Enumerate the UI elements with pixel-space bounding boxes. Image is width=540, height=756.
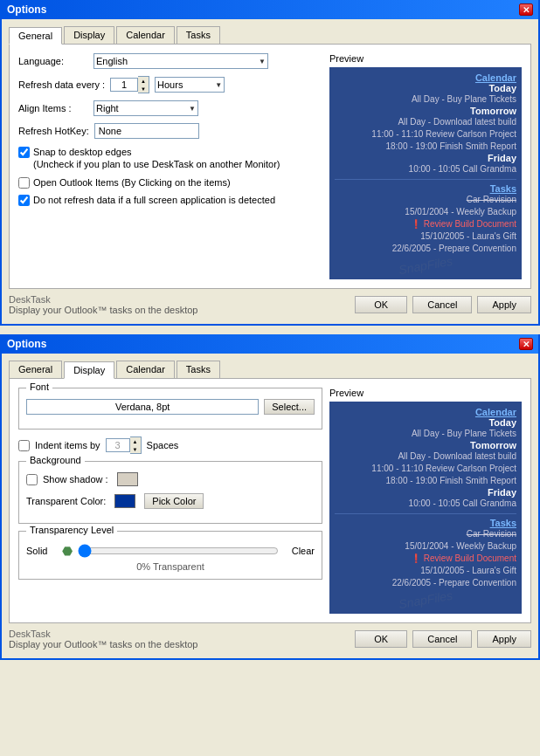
preview-divider-2 xyxy=(335,513,516,514)
cancel-button-1[interactable]: Cancel xyxy=(412,296,472,313)
align-label: Align Items : xyxy=(18,103,88,113)
indent-spin-up[interactable]: ▲ xyxy=(130,437,141,445)
footer-brand-2: DeskTask xyxy=(9,629,197,639)
footer-2: DeskTask Display your Outlook™ tasks on … xyxy=(9,629,197,649)
no-refresh-checkbox[interactable] xyxy=(18,195,30,206)
tab-tasks-1[interactable]: Tasks xyxy=(177,26,220,44)
preview-task2-1: Car Revision xyxy=(335,528,516,540)
font-group-legend: Font xyxy=(26,381,52,392)
bottom-bar-2: DeskTask Display your Outlook™ tasks on … xyxy=(9,623,531,651)
refresh-unit-wrapper: Hours Minutes xyxy=(155,77,225,93)
tab-general-1[interactable]: General xyxy=(9,27,62,45)
footer-brand-1: DeskTask xyxy=(9,294,197,305)
refresh-row: Refresh data every : ▲ ▼ Hours Minute xyxy=(18,76,322,93)
preview-calendar-title-2: Calendar xyxy=(475,407,516,417)
main-layout-2: Font Select... Indent items by xyxy=(18,388,522,614)
language-select[interactable]: English German French xyxy=(93,53,268,69)
right-section-1: Preview Calendar Today All Day - Buy Pla… xyxy=(329,53,522,279)
shadow-row: Show shadow : xyxy=(26,472,315,486)
open-outlook-checkbox[interactable] xyxy=(18,177,30,189)
preview-friday-item-1: 10:00 - 10:05 Call Grandma xyxy=(335,163,516,175)
preview-today-item-2: All Day - Buy Plane Tickets xyxy=(335,428,516,440)
indent-spin-down[interactable]: ▼ xyxy=(130,445,141,453)
shadow-label: Show shadow : xyxy=(43,474,108,485)
footer-sub-1: Display your Outlook™ tasks on the deskt… xyxy=(9,305,197,315)
tab-bar-2: General Display Calendar Tasks xyxy=(9,361,531,378)
left-panel-2: Font Select... Indent items by xyxy=(18,388,322,614)
preview-calendar-header-2: Calendar xyxy=(335,407,516,417)
apply-button-2[interactable]: Apply xyxy=(477,630,531,648)
preview-label-2: Preview xyxy=(329,388,522,398)
ok-button-1[interactable]: OK xyxy=(355,296,407,313)
close-button-1[interactable]: ✕ xyxy=(519,3,533,16)
window-1: Options ✕ General Display Calendar Tasks… xyxy=(0,0,540,326)
slider-row: Solid ⬣ Clear xyxy=(26,544,315,558)
transparent-color-swatch xyxy=(114,494,135,508)
align-select[interactable]: Right Left Center xyxy=(93,100,198,116)
tab-content-1: Language: English German French Refresh … xyxy=(9,44,531,289)
no-refresh-row: Do not refresh data if a full screen app… xyxy=(18,194,322,206)
preview-divider-1 xyxy=(335,179,516,180)
refresh-spin-down[interactable]: ▼ xyxy=(138,85,149,93)
preview-today-item-1: All Day - Buy Plane Tickets xyxy=(335,93,516,106)
refresh-unit-select[interactable]: Hours Minutes xyxy=(155,77,225,93)
indent-spin-btns: ▲ ▼ xyxy=(130,436,142,454)
preview-calendar-title-1: Calendar xyxy=(475,72,516,83)
preview-task-2: 15/01/2004 - Weekly Backup xyxy=(335,206,516,218)
ok-button-2[interactable]: OK xyxy=(355,630,407,648)
preview-today-1: Today xyxy=(335,83,516,93)
tab-tasks-2[interactable]: Tasks xyxy=(177,361,220,378)
tab-display-2[interactable]: Display xyxy=(64,361,114,379)
indent-value-input[interactable] xyxy=(106,438,130,452)
hotkey-row: Refresh HotKey: xyxy=(18,123,322,139)
preview-tomorrow-item-2a: All Day - Download latest build xyxy=(335,450,516,463)
tab-calendar-2[interactable]: Calendar xyxy=(116,361,175,378)
align-select-wrapper: Right Left Center xyxy=(93,100,198,116)
hotkey-input[interactable] xyxy=(94,123,199,139)
preview-task-4: 15/10/2005 - Laura's Gift xyxy=(335,230,516,243)
language-row: Language: English German French xyxy=(18,53,322,69)
brand-label-1: DeskTask xyxy=(9,294,51,305)
title-bar-left-2: Options xyxy=(7,338,46,350)
indent-number-input: ▲ ▼ xyxy=(106,436,142,454)
footer-sub-2: Display your Outlook™ tasks on the deskt… xyxy=(9,639,197,649)
preview-tomorrow-2: Tomorrow xyxy=(335,440,516,450)
font-select-button[interactable]: Select... xyxy=(264,399,315,415)
close-button-2[interactable]: ✕ xyxy=(519,338,533,350)
transparency-slider[interactable] xyxy=(78,544,279,558)
preview-tomorrow-item-2b: 11:00 - 11:10 Review Carlson Project xyxy=(335,463,516,475)
shadow-checkbox[interactable] xyxy=(26,474,38,485)
language-label: Language: xyxy=(18,56,88,66)
open-outlook-row: Open Outlook Items (By Clicking on the i… xyxy=(18,176,322,189)
pick-color-button[interactable]: Pick Color xyxy=(144,493,204,509)
transparent-color-label: Transparent Color: xyxy=(26,496,106,506)
tab-bar-1: General Display Calendar Tasks xyxy=(9,26,531,44)
watermark-2: SnapFiles xyxy=(335,589,516,608)
refresh-spin-up[interactable]: ▲ xyxy=(138,77,149,85)
cancel-button-2[interactable]: Cancel xyxy=(412,630,472,648)
shadow-color-swatch xyxy=(117,472,138,486)
preview-task2-3: ❗ Review Build Document xyxy=(335,553,516,565)
bottom-bar-1: DeskTask Display your Outlook™ tasks on … xyxy=(9,289,531,317)
tab-content-2: Font Select... Indent items by xyxy=(9,378,531,623)
indent-unit: Spaces xyxy=(147,440,179,450)
preview-task-5: 22/6/2005 - Prepare Convention xyxy=(335,243,516,255)
font-input[interactable] xyxy=(26,399,259,415)
apply-button-1[interactable]: Apply xyxy=(477,296,531,313)
indent-label: Indent items by xyxy=(35,440,100,450)
snap-checkbox[interactable] xyxy=(18,147,30,158)
preview-tasks-title-2: Tasks xyxy=(490,518,516,528)
refresh-value-input[interactable] xyxy=(110,78,138,92)
tab-general-2[interactable]: General xyxy=(9,361,62,378)
left-panel-1: Language: English German French Refresh … xyxy=(18,53,322,279)
preview-panel-1: Calendar Today All Day - Buy Plane Ticke… xyxy=(329,67,522,279)
refresh-label: Refresh data every : xyxy=(18,79,105,90)
tab-display-1[interactable]: Display xyxy=(64,26,114,44)
hotkey-label: Refresh HotKey: xyxy=(18,126,89,136)
tab-calendar-1[interactable]: Calendar xyxy=(116,26,175,44)
clear-label: Clear xyxy=(284,546,315,556)
indent-checkbox[interactable] xyxy=(18,440,30,451)
refresh-spin-btns: ▲ ▼ xyxy=(138,76,149,93)
preview-task-1: Car Revision xyxy=(335,194,516,206)
font-row: Select... xyxy=(26,399,315,415)
